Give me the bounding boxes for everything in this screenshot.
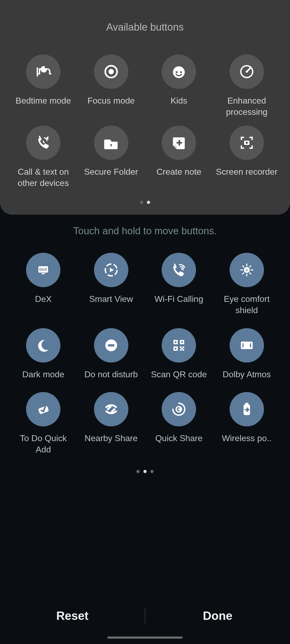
tile-label: Wi-Fi Calling <box>155 294 203 305</box>
gauge-icon <box>230 54 264 89</box>
dolby-icon <box>230 328 264 363</box>
wifi-call-icon <box>162 253 196 287</box>
tile-label: Screen recorder <box>216 166 277 178</box>
tile-enhanced-processing[interactable]: Enhanced processing <box>214 54 280 118</box>
moon-icon <box>26 328 60 363</box>
available-pager <box>11 201 279 204</box>
footer-bar: Reset Done <box>0 588 290 644</box>
tile-label: Secure Folder <box>84 166 138 178</box>
tile-call-text-other-devices[interactable]: Call & text on other devices <box>11 126 76 189</box>
folder-lock-icon <box>94 126 128 160</box>
pager-dot-active[interactable] <box>147 201 150 204</box>
tile-label: Dolby Atmos <box>223 369 271 380</box>
dex-icon <box>26 253 60 287</box>
tile-wifi-calling[interactable]: Wi-Fi Calling <box>146 253 212 316</box>
tile-secure-folder[interactable]: Secure Folder <box>79 126 144 189</box>
tile-label: Smart View <box>89 294 133 305</box>
reset-button[interactable]: Reset <box>0 609 145 623</box>
eye-shield-icon <box>230 253 264 287</box>
tile-todo-quick-add[interactable]: To Do Quick Add <box>11 392 76 455</box>
note-plus-icon <box>162 126 196 160</box>
active-grid: DeX Smart View Wi-Fi Calling Eye comfort… <box>11 253 279 455</box>
target-icon <box>94 54 128 89</box>
active-pager <box>11 470 279 473</box>
tile-quick-share[interactable]: Quick Share <box>146 392 212 455</box>
check-icon <box>26 392 60 426</box>
dnd-icon <box>94 328 128 363</box>
pager-dot[interactable] <box>140 201 143 204</box>
nearby-icon <box>94 392 128 426</box>
tile-label: DeX <box>35 294 52 305</box>
tile-label: Do not disturb <box>84 369 138 380</box>
tile-nearby-share[interactable]: Nearby Share <box>79 392 144 455</box>
done-button[interactable]: Done <box>145 609 290 623</box>
tile-label: Wireless po.. <box>222 433 271 444</box>
pager-dot-active[interactable] <box>143 470 147 473</box>
tile-label: Quick Share <box>155 433 202 444</box>
tile-label: Create note <box>157 166 201 178</box>
available-buttons-panel: Available buttons Bedtime mode Focus mod… <box>0 0 290 215</box>
tile-kids[interactable]: Kids <box>146 54 212 118</box>
tile-create-note[interactable]: Create note <box>146 126 212 189</box>
tile-screen-recorder[interactable]: Screen recorder <box>214 126 280 189</box>
tile-label: Focus mode <box>88 95 135 107</box>
tile-bedtime-mode[interactable]: Bedtime mode <box>11 54 76 118</box>
tile-wireless-power-share[interactable]: Wireless po.. <box>214 392 280 455</box>
camera-frame-icon <box>230 126 264 160</box>
tile-label: Scan QR code <box>151 369 207 380</box>
tile-label: Nearby Share <box>85 433 137 444</box>
tile-do-not-disturb[interactable]: Do not disturb <box>79 328 144 380</box>
available-title: Available buttons <box>11 21 279 33</box>
active-buttons-panel: DeX Smart View Wi-Fi Calling Eye comfort… <box>0 253 290 473</box>
quick-share-icon <box>162 392 196 426</box>
tile-label: To Do Quick Add <box>12 433 74 455</box>
tile-label: Enhanced processing <box>216 95 278 118</box>
battery-arrow-icon <box>230 392 264 426</box>
hint-text: Touch and hold to move buttons. <box>0 225 290 237</box>
tile-label: Bedtime mode <box>16 95 71 107</box>
phone-sync-icon <box>26 126 60 160</box>
kid-face-icon <box>162 54 196 89</box>
tile-dark-mode[interactable]: Dark mode <box>11 328 76 380</box>
pager-dot[interactable] <box>150 470 154 473</box>
available-grid: Bedtime mode Focus mode Kids Enhanced pr… <box>11 54 279 189</box>
tile-label: Call & text on other devices <box>12 166 74 189</box>
nav-handle[interactable] <box>107 636 183 639</box>
pager-dot[interactable] <box>136 470 140 473</box>
tile-label: Eye comfort shield <box>216 294 278 316</box>
tile-smart-view[interactable]: Smart View <box>79 253 144 316</box>
tile-focus-mode[interactable]: Focus mode <box>79 54 144 118</box>
smart-view-icon <box>94 253 128 287</box>
tile-dex[interactable]: DeX <box>11 253 76 316</box>
tile-dolby-atmos[interactable]: Dolby Atmos <box>214 328 280 380</box>
bed-icon <box>26 54 60 89</box>
tile-scan-qr-code[interactable]: Scan QR code <box>146 328 212 380</box>
tile-label: Kids <box>171 95 187 107</box>
tile-label: Dark mode <box>22 369 64 380</box>
tile-eye-comfort-shield[interactable]: Eye comfort shield <box>214 253 280 316</box>
qr-icon <box>162 328 196 363</box>
